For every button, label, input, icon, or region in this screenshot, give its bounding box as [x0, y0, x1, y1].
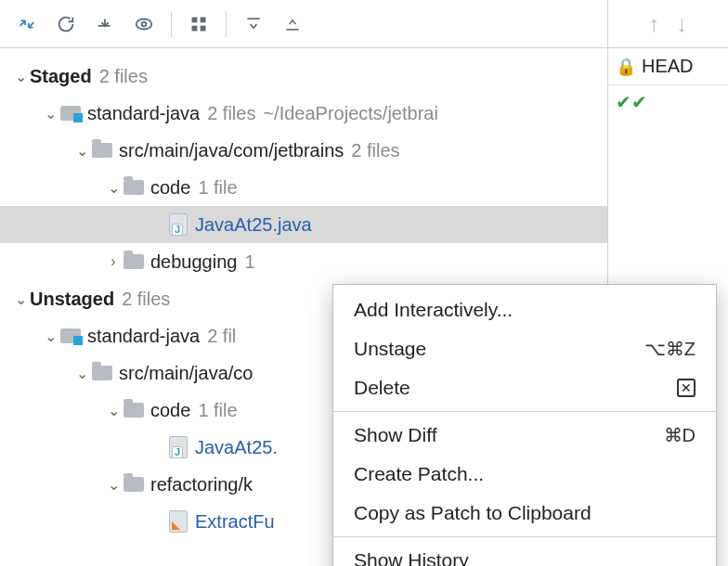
- ctx-create-patch[interactable]: Create Patch...: [333, 455, 716, 494]
- folder-row[interactable]: ⌄ src/main/java/com/jetbrains 2 files: [0, 132, 607, 169]
- chevron-down-icon[interactable]: ⌄: [104, 476, 123, 494]
- group-title: Unstaged: [30, 289, 114, 310]
- arrow-down-icon[interactable]: ↓: [677, 11, 688, 37]
- module-count: 2 fil: [207, 326, 236, 347]
- delete-icon: ✕: [677, 379, 696, 397]
- commit-icon[interactable]: [9, 6, 45, 42]
- java-file-icon: [167, 213, 189, 236]
- module-name: standard-java: [87, 326, 200, 347]
- module-name: standard-java: [87, 103, 200, 124]
- java-file-icon: [167, 436, 189, 458]
- folder-count: 2 files: [351, 140, 399, 161]
- folder-icon: [91, 362, 113, 384]
- ctx-unstage[interactable]: Unstage⌥⌘Z: [333, 329, 716, 368]
- folder-count: 1 file: [198, 400, 237, 421]
- ctx-separator: [333, 536, 716, 537]
- chevron-down-icon[interactable]: ⌄: [41, 105, 59, 122]
- module-icon: [59, 102, 82, 124]
- folder-icon: [123, 473, 145, 495]
- chevron-down-icon[interactable]: ⌄: [72, 142, 91, 160]
- refresh-icon[interactable]: [48, 6, 84, 42]
- toolbar-separator: [171, 11, 172, 37]
- rollback-icon[interactable]: [87, 6, 123, 42]
- folder-name: code: [150, 177, 190, 199]
- folder-icon: [123, 399, 145, 421]
- folder-count: 1 file: [198, 177, 237, 199]
- changes-tree: ⌄ Staged 2 files ⌄ standard-java 2 files…: [0, 48, 607, 566]
- chevron-down-icon[interactable]: ⌄: [104, 402, 123, 419]
- folder-name: refactoring/k: [150, 474, 253, 495]
- ctx-show-history[interactable]: Show History: [333, 541, 716, 566]
- svg-point-0: [136, 19, 152, 29]
- group-count: 2 files: [122, 289, 170, 310]
- folder-icon: [123, 251, 145, 273]
- group-count: 2 files: [99, 66, 148, 87]
- ctx-add-interactively[interactable]: Add Interactively...: [333, 290, 716, 329]
- folder-name: code: [150, 400, 190, 421]
- chevron-down-icon[interactable]: ⌄: [72, 365, 91, 382]
- svg-rect-3: [201, 17, 206, 22]
- sidebar-nav: ↑ ↓: [608, 0, 728, 48]
- file-name: JavaAt25.java: [195, 214, 312, 236]
- chevron-down-icon[interactable]: ⌄: [41, 328, 59, 345]
- ctx-show-diff[interactable]: Show Diff⌘D: [333, 416, 716, 455]
- shortcut: ⌥⌘Z: [644, 338, 696, 360]
- module-path: ~/IdeaProjects/jetbrai: [263, 103, 437, 124]
- expand-icon[interactable]: [236, 6, 271, 42]
- chevron-down-icon[interactable]: ⌄: [11, 290, 30, 308]
- svg-rect-4: [192, 25, 198, 31]
- file-row-selected[interactable]: JavaAt25.java: [0, 206, 607, 243]
- kotlin-file-icon: [167, 510, 189, 533]
- staged-group[interactable]: ⌄ Staged 2 files: [0, 58, 607, 95]
- shortcut: ⌘D: [664, 424, 696, 446]
- folder-count: 1: [244, 251, 254, 273]
- module-row[interactable]: ⌄ standard-java 2 files ~/IdeaProjects/j…: [0, 95, 607, 132]
- folder-path: src/main/java/co: [119, 363, 254, 384]
- lock-icon: 🔒: [616, 57, 636, 77]
- ctx-separator: [333, 411, 716, 412]
- toolbar: [0, 0, 607, 48]
- branch-head[interactable]: 🔒 HEAD: [608, 48, 728, 85]
- chevron-down-icon[interactable]: ⌄: [11, 68, 30, 85]
- collapse-icon[interactable]: [275, 6, 310, 42]
- toolbar-separator: [226, 11, 227, 37]
- folder-icon: [91, 139, 113, 161]
- ctx-delete[interactable]: Delete✕: [333, 368, 716, 407]
- group-title: Staged: [30, 66, 92, 87]
- module-icon: [59, 325, 82, 347]
- svg-rect-2: [192, 17, 198, 22]
- group-icon[interactable]: [181, 6, 216, 42]
- svg-point-1: [142, 21, 147, 26]
- branch-label: HEAD: [642, 56, 694, 77]
- folder-name: debugging: [150, 251, 237, 273]
- check-icon: ✔✔: [616, 92, 647, 112]
- arrow-up-icon[interactable]: ↑: [649, 11, 660, 37]
- module-count: 2 files: [207, 103, 255, 124]
- svg-rect-5: [201, 25, 206, 31]
- file-name: JavaAt25.: [195, 437, 278, 458]
- context-menu: Add Interactively... Unstage⌥⌘Z Delete✕ …: [332, 284, 717, 566]
- folder-row[interactable]: › debugging 1: [0, 243, 607, 280]
- chevron-right-icon[interactable]: ›: [104, 253, 123, 270]
- ctx-copy-patch[interactable]: Copy as Patch to Clipboard: [333, 494, 716, 533]
- chevron-down-icon[interactable]: ⌄: [104, 179, 123, 197]
- preview-icon[interactable]: [126, 6, 162, 42]
- folder-row[interactable]: ⌄ code 1 file: [0, 169, 607, 206]
- folder-icon: [123, 176, 145, 199]
- folder-path: src/main/java/com/jetbrains: [119, 140, 344, 161]
- file-name: ExtractFu: [195, 511, 275, 533]
